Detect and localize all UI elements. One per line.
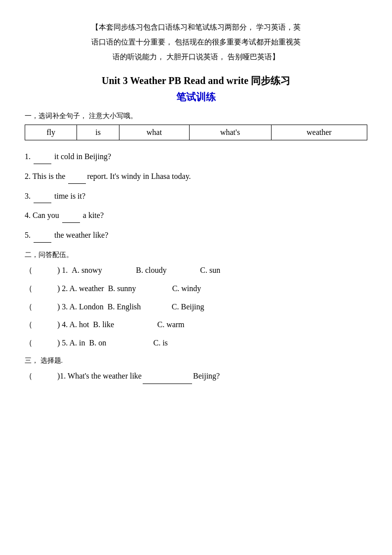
word-table: flyiswhatwhat'sweather <box>25 125 367 140</box>
match-choice: C. is <box>153 336 202 350</box>
match-choice: B. English <box>108 300 157 314</box>
match-answer-blank <box>33 318 57 332</box>
word-option: is <box>77 125 119 140</box>
match-choice: B. on <box>89 336 138 350</box>
sub-title: 笔试训练 <box>25 90 367 104</box>
word-option: what <box>119 125 189 140</box>
word-option: weather <box>271 125 367 140</box>
answer-blank <box>68 169 86 184</box>
fill-blank-question: 4. Can you a kite? <box>25 208 367 223</box>
match-choice: C. Beijing <box>172 300 221 314</box>
fill-blank-question: 5. the weather like? <box>25 228 367 243</box>
match-choice: B. like <box>93 318 142 332</box>
match-questions: （ ) 1. A. snowyB. cloudyC. sun （ ) 2. A.… <box>25 263 367 350</box>
word-option: what's <box>189 125 271 140</box>
match-choice: C. warm <box>157 318 206 332</box>
match-choice: C. windy <box>172 282 222 296</box>
choice-fill-blank <box>143 369 192 384</box>
match-choice: B. cloudy <box>136 263 185 278</box>
section1-label: 一，选词补全句子， 注意大小写哦。 <box>25 112 367 121</box>
fill-blank-question: 2. This is the report. It's windy in Lha… <box>25 169 367 184</box>
match-item: （ ) 4. A. hot B. likeC. warm <box>25 318 367 332</box>
intro-text: 【本套同步练习包含口语练习和笔试练习两部分， 学习英语，英 语口语的位置十分重要… <box>25 20 367 64</box>
match-item: （ ) 5. A. in B. onC. is <box>25 336 367 350</box>
match-answer-blank <box>33 263 57 278</box>
match-item: （ ) 1. A. snowyB. cloudyC. sun <box>25 263 367 278</box>
match-item: （ ) 3. A. London B. EnglishC. Beijing <box>25 300 367 314</box>
match-item: （ ) 2. A. weather B. sunnyC. windy <box>25 282 367 296</box>
match-choice: A. snowy <box>72 263 121 278</box>
fill-blank-question: 3. time is it? <box>25 189 367 204</box>
match-answer-blank <box>33 336 57 350</box>
main-title: Unit 3 Weather PB Read and write 同步练习 <box>25 74 367 87</box>
choice-answer-blank <box>33 369 57 384</box>
word-option: fly <box>25 125 77 140</box>
answer-blank <box>62 208 80 223</box>
match-answer-blank <box>33 300 57 314</box>
fill-blank-questions: 1. it cold in Beijing?2. This is the rep… <box>25 149 367 243</box>
section2-label: 二，问答配伍。 <box>25 251 367 259</box>
choice-questions: （ )1. What's the weather like Beijing? <box>25 369 367 384</box>
match-answer-blank <box>33 282 57 296</box>
answer-blank <box>34 228 51 243</box>
fill-blank-question: 1. it cold in Beijing? <box>25 149 367 164</box>
match-choice: C. sun <box>200 263 249 278</box>
section3-label: 三， 选择题. <box>25 356 367 365</box>
match-choice: B. sunny <box>108 282 157 296</box>
answer-blank <box>34 189 51 204</box>
choice-question: （ )1. What's the weather like Beijing? <box>25 369 367 384</box>
answer-blank <box>34 149 51 164</box>
